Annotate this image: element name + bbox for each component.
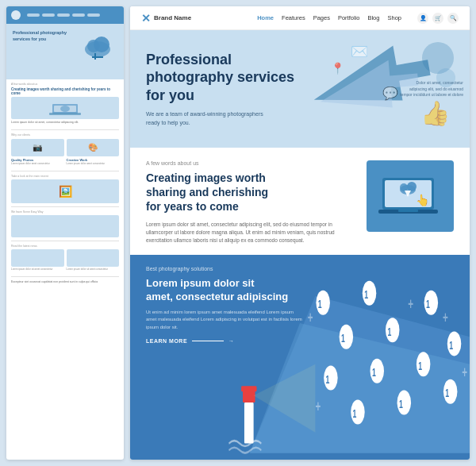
hero-section: Professional photography services for yo… [130,30,470,148]
divider [11,241,119,241]
divider [11,206,119,207]
left-hero: Professional photography services for yo… [6,24,124,79]
left-about-section: A few words about us Creating images wor… [11,83,119,125]
svg-point-20 [400,183,408,191]
cart-icon[interactable]: 🛒 [432,13,443,24]
nav-icons: 👤 🛒 🔍 [417,13,459,24]
left-footer-text: Excepteur sint occaecat cupidatat non pr… [11,280,119,287]
svg-text:✉️: ✉️ [351,43,369,60]
about-text-block: A few words about us Creating images wor… [146,160,354,245]
divider [11,171,119,171]
svg-text:+: + [315,397,321,415]
about-label: A few words about us [146,160,354,166]
divider [11,276,119,277]
left-cards-row: 📷 Quality Photos Lorem ipsum dolor amet … [11,139,119,166]
left-nav [27,13,100,17]
svg-text:💬: 💬 [382,86,398,101]
left-news-img [11,249,64,267]
hero-side-text: Dolor sit amet, consectetur adipiscing e… [400,80,463,98]
svg-rect-58 [243,388,255,402]
svg-rect-24 [398,210,418,212]
left-logo [11,10,21,20]
left-card-image: 🎨 [67,139,120,156]
left-hero-image [75,27,119,67]
nav-logo: ✕ Brand Name [141,12,191,25]
left-news-card: Lorem ipsum dolor sit amet consectetur [11,249,64,272]
left-news-img [67,249,120,267]
left-header [6,6,124,24]
svg-point-2 [94,37,109,52]
svg-text:1: 1 [418,359,422,372]
solutions-text-block: Lorem ipsum dolor sitamet, consectetur a… [146,276,454,344]
svg-point-35 [416,352,431,376]
svg-text:👆: 👆 [416,194,430,207]
svg-point-21 [407,182,416,191]
left-gallery-preview: 🖼️ [11,179,119,203]
svg-text:1: 1 [326,372,330,386]
svg-point-37 [351,399,365,424]
search-icon[interactable]: 🔍 [447,13,459,24]
svg-text:1: 1 [372,365,376,379]
left-card-image: 📷 [11,139,64,156]
solutions-content: Lorem ipsum dolor sitamet, consectetur a… [146,276,454,344]
left-news-text: Lorem ipsum dolor sit amet consectetur [67,268,120,272]
logo-text: Brand Name [154,14,191,21]
arrow-right-icon: → [228,338,235,344]
left-news-card: Lorem ipsum dolor sit amet consectetur [67,249,120,272]
svg-text:1: 1 [445,386,449,399]
svg-text:1: 1 [399,397,403,410]
learn-more-text: LEARN MORE [146,338,187,344]
left-nav-dot [72,13,85,17]
solutions-body: Ut enim ad minim lorem ipsum amet malesu… [146,309,305,332]
svg-point-33 [324,365,338,390]
svg-marker-60 [254,364,316,432]
svg-text:1: 1 [353,406,357,420]
left-card: 📷 Quality Photos Lorem ipsum dolor amet … [11,139,64,166]
learn-more-line [192,341,224,341]
logo-icon: ✕ [141,12,151,25]
divider [11,129,119,130]
nav-link-pages[interactable]: Pages [313,14,330,21]
left-card: 🎨 Creative Work Lorem ipsum dolor amet c… [67,139,120,166]
left-about-title: Creating images worth sharing and cheris… [11,87,119,95]
nav-links[interactable]: Home Features Pages Portfolio Blog Shop [257,14,401,21]
left-preview-panel: Professional photography services for yo… [6,6,124,460]
svg-point-8 [60,106,70,112]
svg-text:👍: 👍 [420,99,451,128]
left-nav-dot [27,13,40,17]
left-ways-preview [11,215,119,237]
svg-point-38 [397,390,412,414]
hero-title: Professional photography services for yo… [146,51,305,105]
left-nav-dot [42,13,55,17]
learn-more-button[interactable]: LEARN MORE → [146,338,454,344]
solutions-section: Best photography solutions 1 1 1 1 1 [130,255,470,460]
nav-link-features[interactable]: Features [282,14,305,21]
left-nav-dot [57,13,70,17]
left-card-text: Lorem ipsum dolor amet consectetur [67,163,120,166]
svg-text:+: + [462,363,467,381]
left-about-image [11,97,119,119]
left-news-row: Lorem ipsum dolor sit amet consectetur L… [11,249,119,272]
svg-text:📍: 📍 [331,62,345,75]
left-hero-text: Professional photography services for yo… [13,30,68,42]
about-body: Lorem ipsum dolor sit amet, consectetur … [146,221,354,245]
svg-point-39 [443,379,458,403]
nav-link-shop[interactable]: Shop [387,14,401,21]
solutions-label: Best photography solutions [146,266,454,272]
nav-link-blog[interactable]: Blog [367,14,379,21]
hero-text-block: Professional photography services for yo… [146,51,305,128]
about-title: Creating images worthsharing and cherish… [146,171,354,214]
left-content: A few words about us Creating images wor… [6,79,124,291]
nav-link-portfolio[interactable]: Portfolio [338,14,360,21]
solutions-title: Lorem ipsum dolor sitamet, consectetur a… [146,276,454,304]
right-main-panel: ✕ Brand Name Home Features Pages Portfol… [130,6,470,460]
about-image: 👆 [367,160,454,232]
hero-subtitle: We are a team of award-winning photograp… [146,110,273,127]
svg-point-34 [370,359,385,383]
top-navigation: ✕ Brand Name Home Features Pages Portfol… [130,6,470,30]
user-icon[interactable]: 👤 [417,13,428,24]
left-about-text: Lorem ipsum dolor sit amet, consectetur … [11,121,119,125]
left-card-text: Lorem ipsum dolor amet consectetur [11,163,64,166]
about-section: A few words about us Creating images wor… [130,148,470,255]
nav-link-home[interactable]: Home [257,14,274,21]
